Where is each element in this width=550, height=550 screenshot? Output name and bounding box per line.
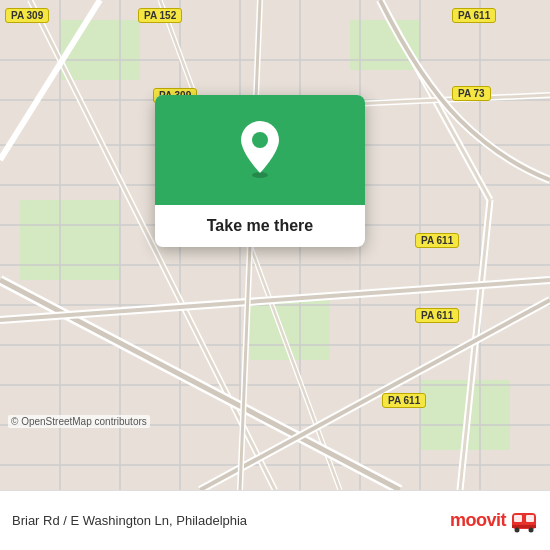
location-text: Briar Rd / E Washington Ln, Philadelphia xyxy=(12,513,450,528)
svg-rect-48 xyxy=(526,515,534,522)
location-pin-icon xyxy=(236,121,284,179)
svg-point-50 xyxy=(515,527,520,532)
road-badge-pa73: PA 73 xyxy=(452,86,491,101)
road-badge-pa611-top: PA 611 xyxy=(452,8,496,23)
bottom-bar: Briar Rd / E Washington Ln, Philadelphia… xyxy=(0,490,550,550)
popup-card: Take me there xyxy=(155,95,365,247)
moovit-logo: moovit xyxy=(450,507,538,535)
road-badge-pa611-mid: PA 611 xyxy=(415,233,459,248)
road-badge-pa611-bottom: PA 611 xyxy=(382,393,426,408)
svg-rect-47 xyxy=(514,515,522,522)
svg-rect-3 xyxy=(20,200,120,280)
road-badge-pa309-top: PA 309 xyxy=(5,8,49,23)
moovit-icon xyxy=(510,507,538,535)
svg-rect-49 xyxy=(512,525,536,528)
popup-green-area xyxy=(155,95,365,205)
svg-point-45 xyxy=(252,132,268,148)
map-container: PA 309 PA 152 PA 611 PA 309 PA 73 PA 611… xyxy=(0,0,550,490)
road-badge-pa611-lower: PA 611 xyxy=(415,308,459,323)
road-badge-pa152: PA 152 xyxy=(138,8,182,23)
osm-credit: © OpenStreetMap contributors xyxy=(8,415,150,428)
take-me-there-button[interactable]: Take me there xyxy=(155,205,365,247)
moovit-text: moovit xyxy=(450,510,506,531)
svg-point-51 xyxy=(529,527,534,532)
